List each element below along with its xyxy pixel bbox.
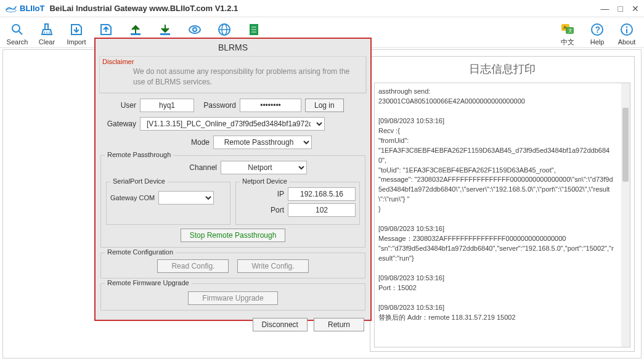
firmware-upgrade-button[interactable]: Firmware Upgrade: [188, 291, 277, 305]
write-config-button[interactable]: Write Config.: [237, 259, 308, 273]
minimize-icon[interactable]: —: [601, 4, 609, 14]
logo-icon: [5, 4, 17, 13]
import-icon: [69, 22, 84, 37]
search-button[interactable]: Search: [2, 20, 32, 48]
ip-label: IP: [259, 190, 284, 198]
login-button[interactable]: Log in: [305, 99, 344, 112]
return-button[interactable]: Return: [314, 318, 364, 331]
disclaimer-box: Disclaimer We do not assume any responsi…: [99, 56, 367, 94]
channel-label: Channel: [184, 163, 217, 172]
log-body[interactable]: assthrough send:230001C0A805100066E42A00…: [374, 83, 630, 347]
close-icon[interactable]: ✕: [632, 4, 639, 14]
maximize-icon[interactable]: □: [618, 4, 623, 14]
about-button[interactable]: About: [612, 20, 642, 48]
workspace: 日志信息打印 assthrough send:230001C0A80510006…: [2, 49, 642, 359]
remote-firmware-group: Remote Firmware Upgrade Firmware Upgrade: [100, 283, 365, 310]
svg-point-0: [6, 9, 17, 12]
disconnect-button[interactable]: Disconnect: [253, 318, 308, 331]
language-button[interactable]: A文 中文: [553, 20, 582, 48]
password-label: Password: [198, 101, 236, 110]
eye-icon: [187, 22, 202, 37]
language-icon: A文: [560, 22, 575, 36]
broom-icon: [39, 22, 54, 37]
log-panel-title: 日志信息打印: [370, 57, 634, 83]
app-title: BeiLai Industrial Gateway www.BLIIoT.com…: [49, 4, 238, 13]
svg-text:文: 文: [568, 28, 573, 33]
document-icon: [247, 22, 261, 37]
logo-text: BLIIoT: [20, 4, 44, 13]
mode-label: Mode: [185, 138, 210, 147]
gateway-com-select[interactable]: [158, 191, 214, 205]
svg-rect-8: [160, 33, 170, 35]
mode-select[interactable]: Remote Passthrough: [213, 136, 312, 149]
netport-device-group: Netport Device IP Port: [235, 182, 360, 225]
port-label: Port: [259, 206, 284, 214]
help-button[interactable]: ? Help: [582, 20, 612, 48]
upload-icon: [128, 22, 143, 37]
disclaimer-heading: Disclaimer: [102, 58, 363, 65]
svg-point-25: [626, 26, 628, 28]
channel-select[interactable]: Netport: [221, 161, 307, 174]
svg-rect-26: [626, 29, 627, 33]
svg-line-2: [19, 31, 22, 34]
svg-point-9: [189, 26, 200, 33]
port-input[interactable]: [288, 203, 356, 217]
stop-passthrough-button[interactable]: Stop Remote Passthrough: [181, 229, 286, 242]
svg-rect-3: [45, 24, 48, 30]
export-icon: [99, 22, 113, 37]
globe-icon: [217, 22, 232, 37]
svg-point-10: [193, 28, 197, 31]
gateway-com-label: Gateway COM: [110, 194, 155, 201]
search-icon: [10, 22, 25, 37]
serialport-device-group: SerialPort Device Gateway COM: [106, 182, 230, 225]
password-input[interactable]: [240, 99, 301, 112]
download-icon: [158, 22, 173, 37]
svg-point-1: [12, 25, 20, 32]
clear-button[interactable]: Clear: [32, 20, 62, 48]
import-button[interactable]: Import: [62, 20, 91, 48]
gateway-label: Gateway: [102, 120, 136, 128]
svg-text:A: A: [563, 25, 567, 30]
user-input[interactable]: [140, 99, 194, 112]
remote-passthrough-group: Remote Passthrough Channel Netport Seria…: [100, 155, 365, 248]
log-panel: 日志信息打印 assthrough send:230001C0A80510006…: [370, 56, 635, 352]
dialog-title: BLRMS: [96, 39, 370, 55]
help-icon: ?: [590, 22, 605, 37]
info-icon: [619, 22, 634, 37]
gateway-select[interactable]: [V1.1.3.15]_PLC_Online_d73f9d5ed3484bf1a…: [140, 117, 325, 131]
blrms-dialog: BLRMS Disclaimer We do not assume any re…: [94, 38, 372, 321]
ip-input[interactable]: [288, 187, 356, 201]
log-scrollbar[interactable]: [621, 83, 630, 347]
user-label: User: [102, 101, 136, 110]
svg-rect-7: [131, 33, 141, 35]
svg-text:?: ?: [595, 25, 601, 34]
disclaimer-text: We do not assume any responsibility for …: [102, 65, 363, 87]
title-bar: BLIIoT BeiLai Industrial Gateway www.BLI…: [0, 0, 644, 17]
remote-configuration-group: Remote Configuration Read Config. Write …: [100, 253, 365, 278]
read-config-button[interactable]: Read Config.: [157, 259, 229, 273]
